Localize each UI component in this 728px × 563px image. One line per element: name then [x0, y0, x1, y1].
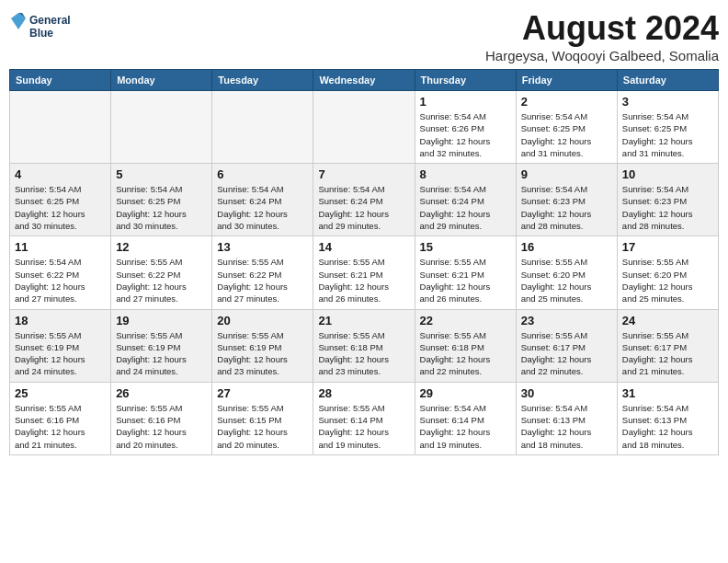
day-info: Sunrise: 5:54 AM Sunset: 6:13 PM Dayligh… — [521, 402, 612, 451]
day-number: 12 — [116, 240, 207, 254]
day-number: 30 — [521, 386, 612, 400]
calendar-cell: 31Sunrise: 5:54 AM Sunset: 6:13 PM Dayli… — [617, 382, 718, 454]
svg-text:Blue: Blue — [29, 27, 53, 40]
day-info: Sunrise: 5:55 AM Sunset: 6:19 PM Dayligh… — [15, 329, 106, 378]
day-info: Sunrise: 5:54 AM Sunset: 6:25 PM Dayligh… — [15, 183, 106, 232]
day-number: 26 — [116, 386, 207, 400]
day-info: Sunrise: 5:55 AM Sunset: 6:19 PM Dayligh… — [116, 329, 207, 378]
day-info: Sunrise: 5:55 AM Sunset: 6:17 PM Dayligh… — [622, 329, 713, 378]
day-number: 1 — [420, 95, 511, 109]
calendar-cell: 8Sunrise: 5:54 AM Sunset: 6:24 PM Daylig… — [415, 164, 516, 236]
calendar-week-1: 1Sunrise: 5:54 AM Sunset: 6:26 PM Daylig… — [10, 91, 719, 164]
weekday-header-thursday: Thursday — [415, 70, 516, 91]
day-info: Sunrise: 5:55 AM Sunset: 6:19 PM Dayligh… — [217, 329, 308, 378]
calendar-cell: 28Sunrise: 5:55 AM Sunset: 6:14 PM Dayli… — [313, 382, 415, 454]
calendar-week-3: 11Sunrise: 5:54 AM Sunset: 6:22 PM Dayli… — [10, 236, 719, 309]
day-info: Sunrise: 5:54 AM Sunset: 6:22 PM Dayligh… — [15, 256, 106, 304]
day-number: 7 — [318, 167, 409, 181]
day-number: 27 — [217, 386, 308, 400]
day-number: 20 — [217, 314, 308, 327]
calendar-week-5: 25Sunrise: 5:55 AM Sunset: 6:16 PM Dayli… — [10, 382, 719, 454]
day-number: 8 — [420, 167, 511, 181]
day-info: Sunrise: 5:54 AM Sunset: 6:24 PM Dayligh… — [420, 183, 511, 232]
day-info: Sunrise: 5:55 AM Sunset: 6:18 PM Dayligh… — [318, 329, 409, 378]
day-number: 10 — [622, 167, 713, 181]
calendar-cell: 6Sunrise: 5:54 AM Sunset: 6:24 PM Daylig… — [212, 164, 313, 236]
day-number: 5 — [116, 167, 207, 181]
day-info: Sunrise: 5:55 AM Sunset: 6:21 PM Dayligh… — [318, 256, 409, 304]
calendar-cell: 5Sunrise: 5:54 AM Sunset: 6:25 PM Daylig… — [111, 164, 212, 236]
weekday-header-saturday: Saturday — [617, 70, 718, 91]
page-header: General Blue August 2024 Hargeysa, Woqoo… — [9, 9, 719, 63]
calendar-cell: 29Sunrise: 5:54 AM Sunset: 6:14 PM Dayli… — [415, 382, 516, 454]
day-number: 19 — [116, 314, 207, 327]
title-section: August 2024 Hargeysa, Woqooyi Galbeed, S… — [485, 9, 719, 63]
day-info: Sunrise: 5:54 AM Sunset: 6:23 PM Dayligh… — [521, 183, 612, 232]
day-info: Sunrise: 5:55 AM Sunset: 6:20 PM Dayligh… — [521, 256, 612, 304]
weekday-header-row: SundayMondayTuesdayWednesdayThursdayFrid… — [10, 70, 719, 91]
weekday-header-tuesday: Tuesday — [212, 70, 313, 91]
day-info: Sunrise: 5:55 AM Sunset: 6:22 PM Dayligh… — [116, 256, 207, 304]
calendar-cell: 13Sunrise: 5:55 AM Sunset: 6:22 PM Dayli… — [212, 236, 313, 309]
day-number: 16 — [521, 240, 612, 254]
day-number: 24 — [622, 314, 713, 327]
day-info: Sunrise: 5:54 AM Sunset: 6:24 PM Dayligh… — [318, 183, 409, 232]
calendar-cell: 27Sunrise: 5:55 AM Sunset: 6:15 PM Dayli… — [212, 382, 313, 454]
day-info: Sunrise: 5:55 AM Sunset: 6:22 PM Dayligh… — [217, 256, 308, 304]
logo: General Blue — [9, 9, 74, 44]
day-number: 25 — [15, 386, 106, 400]
calendar-cell — [111, 91, 212, 164]
day-number: 18 — [15, 314, 106, 327]
calendar-cell: 1Sunrise: 5:54 AM Sunset: 6:26 PM Daylig… — [415, 91, 516, 164]
calendar-cell: 3Sunrise: 5:54 AM Sunset: 6:25 PM Daylig… — [617, 91, 718, 164]
day-number: 28 — [318, 386, 409, 400]
day-number: 13 — [217, 240, 308, 254]
calendar-cell: 12Sunrise: 5:55 AM Sunset: 6:22 PM Dayli… — [111, 236, 212, 309]
weekday-header-wednesday: Wednesday — [313, 70, 415, 91]
calendar-table: SundayMondayTuesdayWednesdayThursdayFrid… — [9, 69, 719, 455]
weekday-header-sunday: Sunday — [10, 70, 111, 91]
day-number: 14 — [318, 240, 409, 254]
calendar-cell: 18Sunrise: 5:55 AM Sunset: 6:19 PM Dayli… — [10, 309, 111, 382]
calendar-cell — [10, 91, 111, 164]
day-info: Sunrise: 5:55 AM Sunset: 6:21 PM Dayligh… — [420, 256, 511, 304]
day-number: 3 — [622, 95, 713, 109]
day-number: 29 — [420, 386, 511, 400]
day-info: Sunrise: 5:55 AM Sunset: 6:15 PM Dayligh… — [217, 402, 308, 451]
day-info: Sunrise: 5:55 AM Sunset: 6:18 PM Dayligh… — [420, 329, 511, 378]
calendar-cell: 10Sunrise: 5:54 AM Sunset: 6:23 PM Dayli… — [617, 164, 718, 236]
weekday-header-monday: Monday — [111, 70, 212, 91]
weekday-header-friday: Friday — [516, 70, 617, 91]
logo-svg: General Blue — [9, 9, 74, 44]
calendar-cell: 17Sunrise: 5:55 AM Sunset: 6:20 PM Dayli… — [617, 236, 718, 309]
day-number: 6 — [217, 167, 308, 181]
day-number: 4 — [15, 167, 106, 181]
calendar-cell: 7Sunrise: 5:54 AM Sunset: 6:24 PM Daylig… — [313, 164, 415, 236]
day-info: Sunrise: 5:54 AM Sunset: 6:24 PM Dayligh… — [217, 183, 308, 232]
day-number: 21 — [318, 314, 409, 327]
day-info: Sunrise: 5:55 AM Sunset: 6:16 PM Dayligh… — [15, 402, 106, 451]
day-number: 31 — [622, 386, 713, 400]
calendar-cell: 23Sunrise: 5:55 AM Sunset: 6:17 PM Dayli… — [516, 309, 617, 382]
calendar-week-4: 18Sunrise: 5:55 AM Sunset: 6:19 PM Dayli… — [10, 309, 719, 382]
calendar-cell: 9Sunrise: 5:54 AM Sunset: 6:23 PM Daylig… — [516, 164, 617, 236]
calendar-cell: 26Sunrise: 5:55 AM Sunset: 6:16 PM Dayli… — [111, 382, 212, 454]
calendar-cell: 14Sunrise: 5:55 AM Sunset: 6:21 PM Dayli… — [313, 236, 415, 309]
day-number: 23 — [521, 314, 612, 327]
calendar-cell — [313, 91, 415, 164]
day-number: 2 — [521, 95, 612, 109]
day-info: Sunrise: 5:54 AM Sunset: 6:26 PM Dayligh… — [420, 110, 511, 159]
day-number: 9 — [521, 167, 612, 181]
day-info: Sunrise: 5:55 AM Sunset: 6:14 PM Dayligh… — [318, 402, 409, 451]
day-number: 11 — [15, 240, 106, 254]
day-info: Sunrise: 5:54 AM Sunset: 6:25 PM Dayligh… — [116, 183, 207, 232]
day-info: Sunrise: 5:54 AM Sunset: 6:23 PM Dayligh… — [622, 183, 713, 232]
calendar-cell: 2Sunrise: 5:54 AM Sunset: 6:25 PM Daylig… — [516, 91, 617, 164]
calendar-cell: 11Sunrise: 5:54 AM Sunset: 6:22 PM Dayli… — [10, 236, 111, 309]
calendar-cell: 16Sunrise: 5:55 AM Sunset: 6:20 PM Dayli… — [516, 236, 617, 309]
calendar-cell: 19Sunrise: 5:55 AM Sunset: 6:19 PM Dayli… — [111, 309, 212, 382]
calendar-cell: 21Sunrise: 5:55 AM Sunset: 6:18 PM Dayli… — [313, 309, 415, 382]
calendar-cell: 4Sunrise: 5:54 AM Sunset: 6:25 PM Daylig… — [10, 164, 111, 236]
day-info: Sunrise: 5:54 AM Sunset: 6:14 PM Dayligh… — [420, 402, 511, 451]
day-number: 22 — [420, 314, 511, 327]
